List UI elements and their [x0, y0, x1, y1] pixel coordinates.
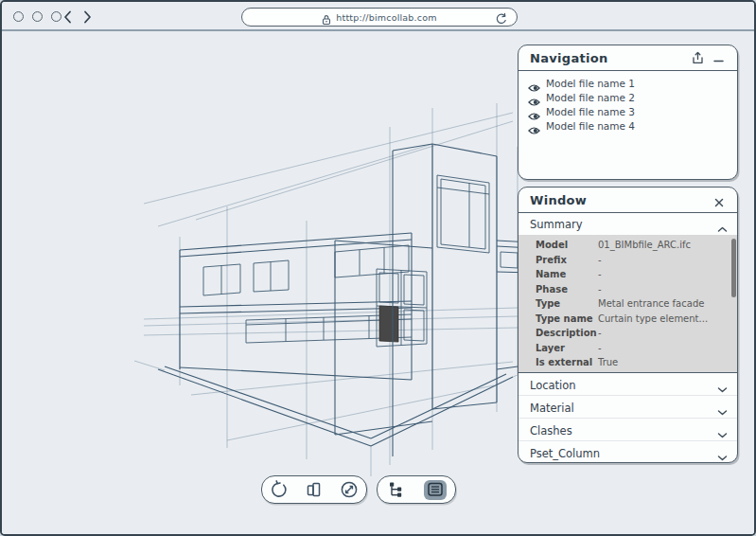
model-file-item[interactable]: Model file name 4	[519, 118, 737, 133]
properties-list-button[interactable]	[424, 480, 447, 500]
navigation-panel: Navigation Model file name 1 Model file …	[518, 45, 738, 180]
property-value: -	[598, 328, 602, 339]
property-row: Prefix-	[519, 255, 737, 266]
section-label: Location	[530, 379, 576, 392]
view-toolbar	[261, 475, 367, 504]
property-value: True	[598, 357, 618, 368]
scrollbar-thumb[interactable]	[731, 239, 736, 297]
window-panel-header: Window	[519, 188, 737, 213]
window-controls	[13, 11, 62, 22]
property-row: Name-	[519, 269, 737, 280]
property-row: Model01_BIMbfile_ARC.ifc	[519, 240, 737, 251]
summary-section-header[interactable]: Summary	[519, 213, 737, 235]
property-label: Type	[536, 298, 598, 310]
property-row: Is externalTrue	[519, 357, 737, 368]
panel-toolbar	[377, 475, 456, 504]
chevron-up-icon	[717, 220, 728, 228]
model-file-label: Model file name 2	[546, 92, 635, 103]
url-text: htttp://bimcollab.com	[336, 12, 436, 23]
chevron-down-icon	[717, 448, 728, 456]
accordion-sections: Location Material Clashes Pset_Column	[519, 373, 737, 463]
minimize-icon[interactable]	[712, 53, 727, 67]
summary-properties: Model01_BIMbfile_ARC.ifc Prefix- Name- P…	[519, 235, 737, 373]
property-value: Curtain type element...	[598, 313, 708, 325]
rotate-view-button[interactable]	[269, 479, 290, 500]
navigation-title: Navigation	[530, 51, 608, 65]
selected-element[interactable]	[379, 306, 398, 342]
eye-icon[interactable]	[528, 107, 540, 116]
eye-icon[interactable]	[528, 93, 540, 102]
property-label: Description	[536, 328, 598, 339]
section-location[interactable]: Location	[519, 373, 737, 396]
navigation-panel-header: Navigation	[519, 45, 737, 71]
summary-label: Summary	[530, 218, 583, 231]
property-label: Model	[536, 240, 598, 251]
property-value: -	[598, 284, 602, 295]
share-icon[interactable]	[691, 51, 705, 65]
property-label: Prefix	[536, 255, 598, 266]
property-label: Is external	[536, 357, 598, 368]
model-file-item[interactable]: Model file name 2	[519, 90, 737, 104]
window-panel: Window Summary Model01_BIMbfile_ARC.ifc …	[518, 187, 738, 463]
reload-icon[interactable]	[495, 11, 508, 29]
model-file-item[interactable]: Model file name 3	[519, 104, 737, 118]
section-clashes[interactable]: Clashes	[519, 419, 737, 441]
section-label: Clashes	[530, 424, 572, 438]
eye-icon[interactable]	[528, 79, 540, 88]
forward-button[interactable]	[79, 9, 95, 25]
model-file-label: Model file name 3	[546, 106, 635, 117]
model-file-label: Model file name 1	[546, 78, 635, 89]
property-value: -	[598, 269, 602, 280]
section-label: Pset_Column	[530, 447, 600, 460]
property-row: Description-	[519, 328, 737, 339]
layout-pages-button[interactable]	[304, 479, 325, 500]
browser-chrome: htttp://bimcollab.com	[2, 2, 754, 31]
expand-view-button[interactable]	[339, 479, 360, 500]
browser-window: htttp://bimcollab.com	[0, 0, 756, 536]
model-viewport[interactable]: Navigation Model file name 1 Model file …	[2, 33, 754, 534]
chevron-down-icon	[717, 402, 728, 411]
property-row: Layer-	[519, 343, 737, 354]
lock-icon	[322, 11, 331, 23]
model-file-label: Model file name 4	[546, 120, 635, 132]
property-row: Type nameCurtain type element...	[519, 313, 737, 325]
section-pset-column[interactable]: Pset_Column	[519, 441, 737, 463]
property-label: Name	[536, 269, 598, 280]
section-label: Material	[530, 402, 574, 415]
property-value: Metal entrance facade	[598, 298, 704, 310]
window-dot-1[interactable]	[13, 11, 24, 22]
model-file-list: Model file name 1 Model file name 2 Mode…	[519, 76, 737, 133]
property-label: Phase	[536, 284, 598, 295]
property-value: 01_BIMbfile_ARC.ifc	[598, 240, 691, 251]
chevron-down-icon	[717, 380, 728, 388]
back-button[interactable]	[61, 9, 76, 25]
property-value: -	[598, 343, 602, 354]
close-icon[interactable]	[713, 194, 728, 208]
url-field[interactable]: htttp://bimcollab.com	[241, 8, 518, 27]
property-row: Phase-	[519, 284, 737, 295]
section-material[interactable]: Material	[519, 396, 737, 419]
window-dot-2[interactable]	[32, 11, 43, 22]
property-label: Layer	[536, 343, 598, 354]
property-value: -	[598, 255, 602, 266]
eye-icon[interactable]	[528, 121, 540, 131]
property-label: Type name	[536, 313, 598, 325]
chevron-down-icon	[717, 425, 728, 434]
model-file-item[interactable]: Model file name 1	[519, 76, 737, 90]
window-title: Window	[530, 193, 587, 207]
property-row: TypeMetal entrance facade	[519, 298, 737, 310]
model-tree-button[interactable]	[386, 479, 407, 500]
